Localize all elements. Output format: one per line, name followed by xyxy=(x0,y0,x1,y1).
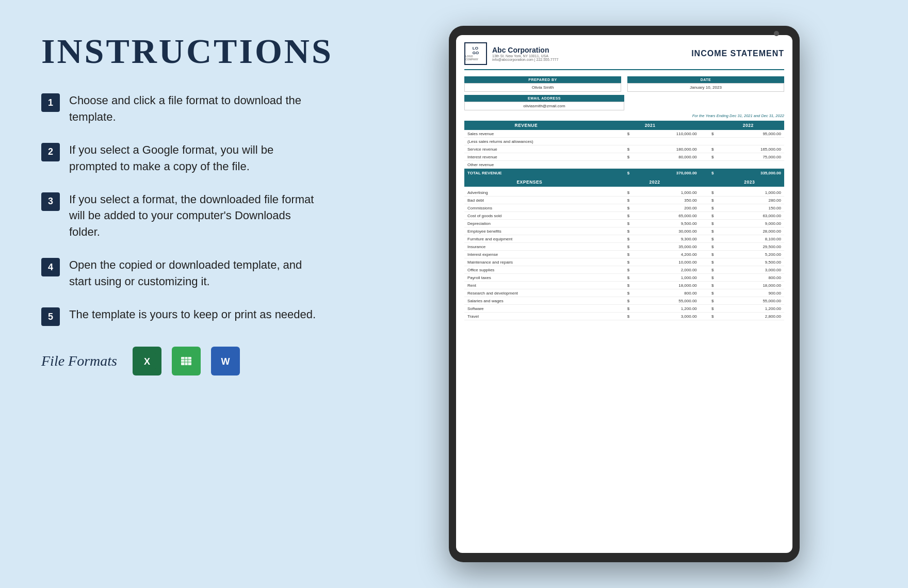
tablet-device: LOGO LOGO COMPANY Abc Corporation 13th S… xyxy=(449,26,800,562)
revenue-total-row: TOTAL REVENUE $ 370,000.00 $ 335,000.00 xyxy=(464,169,784,178)
row-label: Commissions xyxy=(464,204,616,212)
excel-icon[interactable]: X xyxy=(133,347,161,375)
row-sym2: $ xyxy=(700,305,717,313)
row-sym1: $ xyxy=(616,313,633,320)
step-number: 5 xyxy=(41,307,60,326)
row-label: Depreciation xyxy=(464,220,616,227)
row-val1: 65,000.00 xyxy=(633,212,700,220)
left-panel: INSTRUCTIONS 1 Choose and click a file f… xyxy=(0,0,351,396)
row-sym2 xyxy=(700,138,717,145)
expense-row: Bad debt $ 350.00 $ 280.00 xyxy=(464,197,784,204)
expense-row: Office supplies $ 2,000.00 $ 3,000.00 xyxy=(464,266,784,274)
row-val1: 80,000.00 xyxy=(633,153,700,161)
row-sym2: $ xyxy=(700,197,717,204)
row-label: Payroll taxes xyxy=(464,274,616,282)
row-val2: 8,100.00 xyxy=(717,235,784,243)
company-address: 13th St. New York, NY 10011, USA xyxy=(492,54,558,58)
revenue-row: Sales revenue $ 110,000.00 $ 95,000.00 xyxy=(464,130,784,138)
row-val2: 165,000.00 xyxy=(717,145,784,153)
row-sym1: $ xyxy=(616,243,633,251)
row-val2: 800.00 xyxy=(717,274,784,282)
row-sym2: $ xyxy=(700,297,717,305)
row-sym1: $ xyxy=(616,251,633,258)
is-header: LOGO LOGO COMPANY Abc Corporation 13th S… xyxy=(464,42,784,70)
is-title: INCOME STATEMENT xyxy=(691,49,784,58)
revenue-row: Interest revenue $ 80,000.00 $ 75,000.00 xyxy=(464,153,784,161)
row-label: Maintenance and repairs xyxy=(464,258,616,266)
row-val2: 900.00 xyxy=(717,289,784,297)
row-sym1: $ xyxy=(616,197,633,204)
row-label: Salaries and wages xyxy=(464,297,616,305)
email-value: oliviasmith@zmail.com xyxy=(464,102,624,110)
word-icon[interactable]: W xyxy=(211,347,240,375)
row-val1: 35,000.00 xyxy=(633,243,700,251)
row-val1: 1,200.00 xyxy=(633,305,700,313)
logo-subtext: LOGO COMPANY xyxy=(465,55,486,61)
total-val2: 335,000.00 xyxy=(717,169,784,178)
row-label: (Less sales returns and allowances) xyxy=(464,138,616,145)
row-sym1: $ xyxy=(616,153,633,161)
company-contact: info@abccorporation.com | 222.555.7777 xyxy=(492,58,558,61)
tablet-camera xyxy=(774,31,779,36)
row-sym2: $ xyxy=(700,282,717,289)
step-number: 4 xyxy=(41,258,60,276)
row-label: Interest revenue xyxy=(464,153,616,161)
step-text: Choose and click a file format to downlo… xyxy=(69,92,320,125)
row-sym1 xyxy=(616,138,633,145)
row-val2: 150.00 xyxy=(717,204,784,212)
row-label: Office supplies xyxy=(464,266,616,274)
date-label: DATE xyxy=(627,76,784,83)
revenue-row: (Less sales returns and allowances) xyxy=(464,138,784,145)
row-label: Travel xyxy=(464,313,616,320)
row-label: Other revenue xyxy=(464,161,616,169)
revenue-col-2022: 2022 xyxy=(712,121,784,130)
row-label: Insurance xyxy=(464,243,616,251)
row-sym2: $ xyxy=(700,220,717,227)
revenue-col-sym1 xyxy=(588,121,614,130)
revenue-section-header: REVENUE 2021 2022 xyxy=(464,121,784,130)
row-sym1: $ xyxy=(616,235,633,243)
step-item-5: 5 The template is yours to keep or print… xyxy=(41,306,320,326)
row-sym2: $ xyxy=(700,189,717,197)
total-sym2: $ xyxy=(700,169,717,178)
expenses-header-table: EXPENSES 2022 2023 xyxy=(464,177,784,187)
row-sym2: $ xyxy=(700,289,717,297)
expense-row: Salaries and wages $ 55,000.00 $ 55,000.… xyxy=(464,297,784,305)
row-val1: 110,000.00 xyxy=(633,130,700,138)
row-val1: 9,500.00 xyxy=(633,220,700,227)
row-val1: 18,000.00 xyxy=(633,282,700,289)
row-val2: 3,000.00 xyxy=(717,266,784,274)
step-item-1: 1 Choose and click a file format to down… xyxy=(41,92,320,125)
revenue-data-table: Sales revenue $ 110,000.00 $ 95,000.00 (… xyxy=(464,130,784,177)
is-logo-section: LOGO LOGO COMPANY Abc Corporation 13th S… xyxy=(464,42,558,65)
step-number: 3 xyxy=(41,192,60,211)
expense-row: Interest expense $ 4,200.00 $ 5,200.00 xyxy=(464,251,784,258)
row-sym2: $ xyxy=(700,251,717,258)
row-val2: 9,500.00 xyxy=(717,258,784,266)
steps-list: 1 Choose and click a file format to down… xyxy=(41,92,320,326)
step-text: If you select a Google format, you will … xyxy=(69,142,320,175)
row-val1: 180,000.00 xyxy=(633,145,700,153)
row-sym2: $ xyxy=(700,227,717,235)
file-formats-section: File Formats X W xyxy=(41,347,320,375)
page-title: INSTRUCTIONS xyxy=(41,31,320,72)
row-val1 xyxy=(633,138,700,145)
sheets-icon[interactable] xyxy=(172,347,201,375)
row-sym2: $ xyxy=(700,204,717,212)
row-label: Furniture and equipment xyxy=(464,235,616,243)
sheets-svg xyxy=(177,352,195,370)
is-company-info: Abc Corporation 13th St. New York, NY 10… xyxy=(492,46,558,61)
row-sym1 xyxy=(616,161,633,169)
row-sym1: $ xyxy=(616,130,633,138)
expense-row: Payroll taxes $ 1,000.00 $ 800.00 xyxy=(464,274,784,282)
row-label: Advertising xyxy=(464,189,616,197)
row-label: Software xyxy=(464,305,616,313)
row-val2: 75,000.00 xyxy=(717,153,784,161)
row-label: Sales revenue xyxy=(464,130,616,138)
row-sym1: $ xyxy=(616,297,633,305)
row-val2: 95,000.00 xyxy=(717,130,784,138)
row-sym1: $ xyxy=(616,220,633,227)
step-number: 1 xyxy=(41,93,60,112)
row-label: Bad debt xyxy=(464,197,616,204)
revenue-row: Service revenue $ 180,000.00 $ 165,000.0… xyxy=(464,145,784,153)
